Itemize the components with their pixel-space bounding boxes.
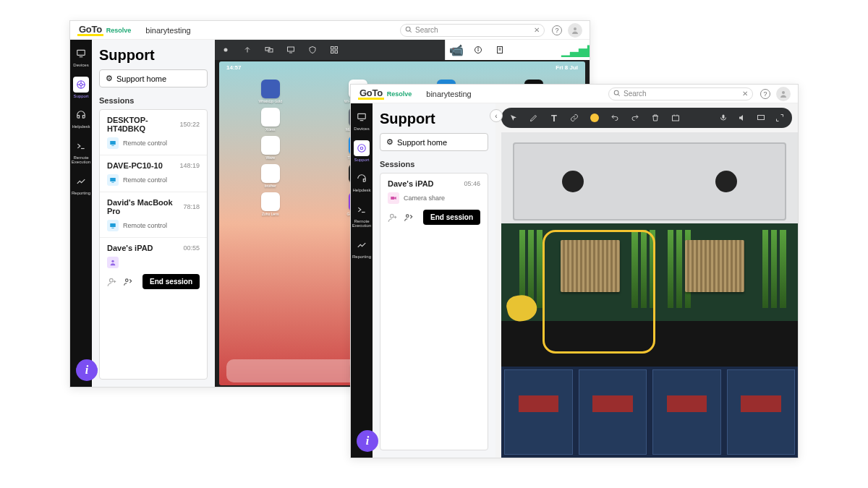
app-label: Zoho Lens <box>262 212 279 216</box>
app-icon[interactable]: Waze <box>228 136 313 160</box>
app-label: brother <box>265 184 276 188</box>
session-time: 05:46 <box>464 180 480 187</box>
collapse-panel-button[interactable]: ‹ <box>490 109 503 122</box>
record-icon[interactable] <box>221 45 231 55</box>
swap-user-icon[interactable] <box>404 213 414 223</box>
svg-rect-16 <box>110 223 116 227</box>
help-icon[interactable]: ? <box>760 89 770 99</box>
nav-helpdesk[interactable]: Helpdesk <box>71 107 91 129</box>
svg-point-51 <box>358 144 366 152</box>
clear-search-icon[interactable]: ✕ <box>742 90 748 98</box>
snapshot-icon[interactable] <box>671 113 681 123</box>
devices-icon <box>73 46 89 61</box>
user-avatar[interactable] <box>776 87 791 101</box>
nav-label: Reporting <box>72 191 90 195</box>
app-icon[interactable]: WhatsUp Gold <box>228 80 313 103</box>
notes-icon[interactable] <box>495 45 505 55</box>
share-screen-icon[interactable] <box>756 113 766 123</box>
svg-point-48 <box>782 91 785 94</box>
session-card[interactable]: Dave's iPAD05:46Camera share End session <box>380 174 488 231</box>
monitor-icon[interactable] <box>286 45 296 55</box>
upload-icon[interactable] <box>242 45 252 55</box>
trash-icon[interactable] <box>650 113 660 123</box>
info-icon[interactable] <box>473 45 483 55</box>
session-card[interactable]: Dave's iPAD00:55 End session <box>100 238 207 295</box>
end-session-button[interactable]: End session <box>423 210 480 225</box>
nav-remote-execution[interactable]: Remote Execution <box>352 202 372 228</box>
svg-rect-28 <box>331 47 334 50</box>
svg-point-52 <box>360 147 363 150</box>
nav-devices[interactable]: Devices <box>71 46 91 68</box>
support-panel: Support ⚙ Support home Sessions Dave's i… <box>373 103 495 458</box>
titlebar: GoTo Resolve binarytesting Search ✕ ? <box>351 85 798 103</box>
product-logo: GoTo <box>358 88 384 100</box>
sessions-heading: Sessions <box>99 96 208 105</box>
user-avatar[interactable] <box>568 23 582 38</box>
undo-icon[interactable] <box>610 113 620 123</box>
annotation-toolbar: T <box>501 108 792 128</box>
grid-icon[interactable] <box>329 45 339 55</box>
help-icon[interactable]: ? <box>552 25 562 35</box>
nav-support[interactable]: Support <box>352 140 372 163</box>
devices-icon <box>354 109 370 125</box>
session-time: 148:19 <box>179 162 200 169</box>
expand-icon[interactable] <box>775 113 785 123</box>
app-icon[interactable]: brother <box>228 164 313 188</box>
nav-reporting[interactable]: Reporting <box>352 237 372 260</box>
helpdesk-icon <box>354 171 370 187</box>
camera-icon[interactable]: 📹 <box>451 45 461 55</box>
support-home-button[interactable]: ⚙ Support home <box>380 133 488 151</box>
swap-user-icon[interactable] <box>123 277 133 287</box>
session-card[interactable]: DAVE-PC10-10148:19Remote control <box>100 155 207 192</box>
app-icon[interactable]: Zoho Lens <box>228 192 313 216</box>
nav-support[interactable]: Support <box>71 77 91 99</box>
pointer-icon[interactable] <box>509 113 519 123</box>
search-input[interactable]: Search ✕ <box>608 87 753 100</box>
nav-remote-execution[interactable]: Remote Execution <box>71 138 91 165</box>
reporting-icon <box>354 237 370 253</box>
product-subname: Resolve <box>106 27 132 34</box>
session-card[interactable]: David's MacBook Pro78:18Remote control <box>100 192 207 238</box>
clear-search-icon[interactable]: ✕ <box>534 26 540 34</box>
svg-point-42 <box>478 48 479 48</box>
shield-icon[interactable] <box>307 45 318 55</box>
page-title: Support <box>380 111 488 127</box>
nav-label: Helpdesk <box>352 188 370 192</box>
text-icon[interactable]: T <box>549 113 559 123</box>
info-fab[interactable]: i <box>357 430 378 452</box>
link-icon[interactable] <box>569 113 579 123</box>
nav-helpdesk[interactable]: Helpdesk <box>352 171 372 193</box>
svg-point-2 <box>574 27 576 30</box>
app-icon[interactable]: Xcess <box>228 108 313 132</box>
svg-rect-60 <box>723 115 725 119</box>
info-fab[interactable]: i <box>76 359 98 381</box>
svg-rect-26 <box>288 47 294 51</box>
nav-devices[interactable]: Devices <box>352 109 372 132</box>
support-icon <box>354 140 370 156</box>
camera-feed[interactable] <box>501 132 798 458</box>
add-user-icon[interactable] <box>107 277 117 287</box>
account-name[interactable]: binarytesting <box>426 90 471 98</box>
mic-icon[interactable] <box>718 113 728 123</box>
speaker-icon[interactable] <box>737 113 747 123</box>
svg-point-18 <box>111 260 114 262</box>
redo-icon[interactable] <box>630 113 640 123</box>
gear-icon: ⚙ <box>386 137 393 147</box>
color-picker[interactable] <box>590 113 600 123</box>
signal-icon: ▁▃▅▇ <box>574 45 584 55</box>
sessions-heading: Sessions <box>380 160 488 168</box>
svg-point-6 <box>80 83 82 86</box>
session-card[interactable]: DESKTOP-HT4DBKQ150:22Remote control <box>100 110 207 155</box>
search-input[interactable]: Search ✕ <box>400 24 545 37</box>
support-home-button[interactable]: ⚙ Support home <box>99 69 208 87</box>
screens-icon[interactable] <box>264 45 274 55</box>
nav-reporting[interactable]: Reporting <box>71 174 91 196</box>
annotation-highlight[interactable] <box>542 230 655 354</box>
svg-point-58 <box>407 214 409 217</box>
account-name[interactable]: binarytesting <box>145 26 190 35</box>
pen-icon[interactable] <box>529 113 539 123</box>
end-session-button[interactable]: End session <box>142 274 200 289</box>
session-name: Dave's iPAD <box>107 244 153 252</box>
search-icon <box>405 26 412 35</box>
add-user-icon[interactable] <box>388 213 398 223</box>
